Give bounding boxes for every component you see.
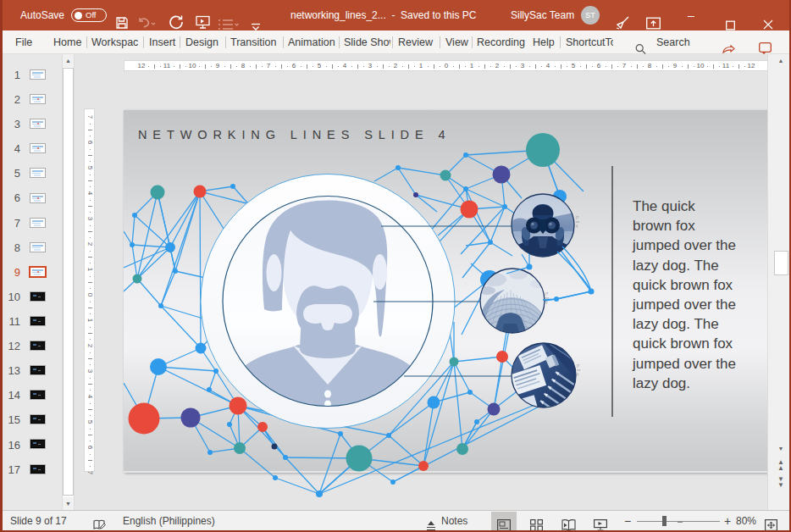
svg-text:brown fox: brown fox [633,218,695,234]
svg-text:The quick: The quick [633,198,695,214]
svg-text:lazy dog. The: lazy dog. The [633,258,719,274]
svg-text:lazy dog. The: lazy dog. The [633,316,719,332]
svg-text:quick brown fox: quick brown fox [633,335,733,352]
svg-text:t]: t] [576,224,578,228]
svg-text:NETWORKING LINES SLIDE 4: NETWORKING LINES SLIDE 4 [138,128,451,141]
svg-text:quick brown fox: quick brown fox [633,277,733,293]
svg-text:t]: t] [545,300,547,304]
svg-text:jumped over the: jumped over the [632,356,736,372]
svg-text:t]: t] [577,372,578,376]
svg-text:jumped over the: jumped over the [632,237,736,253]
svg-text:jumped over the: jumped over the [632,296,736,313]
svg-text:lazy dog.: lazy dog. [633,375,690,391]
